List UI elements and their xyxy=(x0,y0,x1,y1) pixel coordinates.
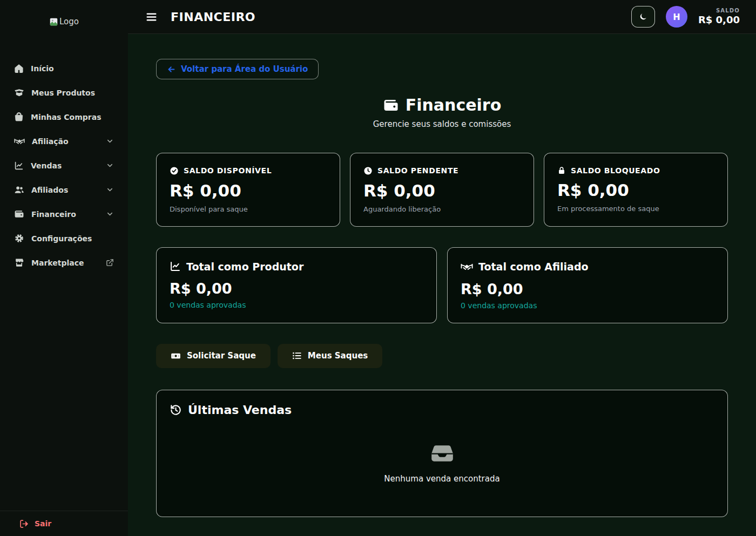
card-description: Em processamento de saque xyxy=(557,205,714,213)
action-label: Solicitar Saque xyxy=(187,351,256,361)
logout-button[interactable]: Sair xyxy=(0,511,128,536)
card-value: R$ 0,00 xyxy=(170,280,423,297)
sales-section-title: Últimas Vendas xyxy=(170,403,714,417)
card-value: R$ 0,00 xyxy=(557,180,714,200)
page-title: Financeiro xyxy=(383,96,502,114)
card-description: Aguardando liberação xyxy=(363,205,521,213)
card-label: Total como Produtor xyxy=(186,261,303,273)
moon-icon xyxy=(639,12,647,21)
home-icon xyxy=(14,64,24,73)
card-label: SALDO BLOQUEADO xyxy=(571,166,660,175)
hamburger-menu-icon[interactable] xyxy=(142,8,161,26)
sidebar-item-label: Financeiro xyxy=(31,210,76,219)
sidebar-item-configuracoes[interactable]: Configurações xyxy=(8,226,120,250)
sidebar-item-marketplace[interactable]: Marketplace xyxy=(8,250,120,275)
app-root: Logo Início Meus Produtos Minhas Compras xyxy=(0,0,756,536)
card-description: 0 vendas aprovadas xyxy=(170,301,423,309)
sidebar: Logo Início Meus Produtos Minhas Compras xyxy=(0,0,128,536)
card-label: SALDO DISPONÍVEL xyxy=(184,166,272,175)
saldo-label: SALDO xyxy=(698,8,740,15)
card-label-row: SALDO BLOQUEADO xyxy=(557,166,714,175)
wallet-icon xyxy=(383,97,399,113)
card-description: Disponível para saque xyxy=(170,205,327,213)
solicitar-saque-button[interactable]: Solicitar Saque xyxy=(156,344,271,368)
check-circle-icon xyxy=(170,166,179,175)
theme-toggle-button[interactable] xyxy=(631,6,655,28)
card-description: 0 vendas aprovadas xyxy=(461,301,714,310)
avatar-initial: H xyxy=(673,12,680,22)
sidebar-item-label: Configurações xyxy=(31,234,92,243)
sidebar-nav: Início Meus Produtos Minhas Compras Afil… xyxy=(0,43,128,511)
card-value: R$ 0,00 xyxy=(170,181,327,200)
chevron-down-icon xyxy=(106,210,114,218)
handshake-icon xyxy=(14,136,25,147)
card-saldo-pendente: SALDO PENDENTE R$ 0,00 Aguardando libera… xyxy=(350,153,534,227)
sidebar-item-label: Afiliados xyxy=(31,186,68,194)
card-label-row: Total como Produtor xyxy=(170,261,423,273)
inbox-icon xyxy=(430,442,454,465)
back-to-user-area-button[interactable]: Voltar para Área do Usuário xyxy=(156,59,319,79)
sidebar-item-label: Início xyxy=(31,64,54,73)
card-value: R$ 0,00 xyxy=(363,181,521,200)
main-content: Voltar para Área do Usuário Financeiro G… xyxy=(128,34,756,536)
actions-row: Solicitar Saque Meus Saques xyxy=(156,344,728,368)
sidebar-item-label: Marketplace xyxy=(31,259,84,267)
sidebar-item-afiliacao[interactable]: Afiliação xyxy=(8,129,120,153)
meus-saques-button[interactable]: Meus Saques xyxy=(278,344,382,368)
topbar-right: H SALDO R$ 0,00 xyxy=(631,6,740,28)
empty-message: Nenhuma venda encontrada xyxy=(384,474,500,484)
header-saldo: SALDO R$ 0,00 xyxy=(698,8,740,26)
money-bill-icon xyxy=(171,351,181,361)
card-label-row: SALDO PENDENTE xyxy=(363,166,521,175)
content-column: FINANCEIRO H SALDO R$ 0,00 xyxy=(128,0,756,536)
lock-icon xyxy=(557,166,566,175)
sidebar-item-meus-produtos[interactable]: Meus Produtos xyxy=(8,80,120,105)
logout-label: Sair xyxy=(35,519,51,528)
sidebar-item-label: Minhas Compras xyxy=(31,113,102,121)
ultimas-vendas-card: Últimas Vendas Nenhuma venda encontrada xyxy=(156,390,728,517)
store-icon xyxy=(14,257,24,268)
chart-line-icon xyxy=(14,161,24,171)
sidebar-item-label: Meus Produtos xyxy=(31,89,95,97)
sidebar-item-vendas[interactable]: Vendas xyxy=(8,153,120,178)
list-icon xyxy=(292,351,302,361)
card-value: R$ 0,00 xyxy=(461,281,714,297)
card-label: SALDO PENDENTE xyxy=(377,166,458,175)
total-cards-row: Total como Produtor R$ 0,00 0 vendas apr… xyxy=(156,247,728,323)
sidebar-item-financeiro[interactable]: Financeiro xyxy=(8,202,120,226)
action-label: Meus Saques xyxy=(308,351,368,361)
topbar: FINANCEIRO H SALDO R$ 0,00 xyxy=(128,0,756,34)
chevron-down-icon xyxy=(106,137,114,145)
history-icon xyxy=(170,404,182,416)
chevron-down-icon xyxy=(106,161,114,169)
avatar[interactable]: H xyxy=(666,6,687,28)
logout-icon xyxy=(19,519,29,528)
chevron-down-icon xyxy=(106,186,114,194)
balance-cards-row: SALDO DISPONÍVEL R$ 0,00 Disponível para… xyxy=(156,153,728,227)
sidebar-item-minhas-compras[interactable]: Minhas Compras xyxy=(8,105,120,129)
chart-line-icon xyxy=(170,261,181,272)
sidebar-item-label: Vendas xyxy=(31,161,62,170)
sidebar-item-afiliados[interactable]: Afiliados xyxy=(8,178,120,202)
handshake-icon xyxy=(461,261,473,273)
sidebar-item-inicio[interactable]: Início xyxy=(8,56,120,80)
card-label: Total como Afiliado xyxy=(478,261,589,273)
broken-image-icon xyxy=(49,17,58,26)
back-button-label: Voltar para Área do Usuário xyxy=(181,64,308,74)
saldo-value: R$ 0,00 xyxy=(698,14,740,26)
clock-icon xyxy=(363,166,373,175)
logo[interactable]: Logo xyxy=(0,0,128,43)
card-total-afiliado: Total como Afiliado R$ 0,00 0 vendas apr… xyxy=(447,247,728,323)
card-label-row: Total como Afiliado xyxy=(461,261,714,273)
page-subtitle: Gerencie seus saldos e comissões xyxy=(156,119,728,129)
wallet-icon xyxy=(14,209,24,219)
card-label-row: SALDO DISPONÍVEL xyxy=(170,166,327,175)
card-saldo-bloqueado: SALDO BLOQUEADO R$ 0,00 Em processamento… xyxy=(544,153,728,227)
card-saldo-disponivel: SALDO DISPONÍVEL R$ 0,00 Disponível para… xyxy=(156,153,340,227)
external-link-icon xyxy=(106,259,114,267)
box-open-icon xyxy=(14,87,24,98)
arrow-left-icon xyxy=(167,65,176,74)
sales-empty-state: Nenhuma venda encontrada xyxy=(170,417,714,499)
users-icon xyxy=(14,185,24,195)
shopping-bag-icon xyxy=(14,112,24,122)
